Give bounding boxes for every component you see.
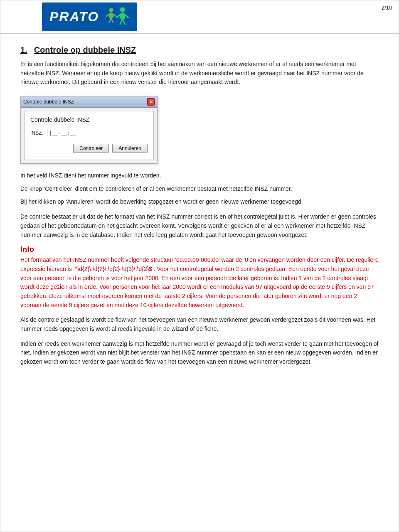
header: PRATO xyxy=(0,0,399,34)
svg-line-8 xyxy=(120,19,123,24)
dialog-titlebar: Controle dubbele INSZ ✕ xyxy=(21,96,157,108)
svg-point-1 xyxy=(108,12,113,19)
after-dialog-p3: Bij het klikken op ‘Annuleren’ wordt de … xyxy=(20,197,379,207)
dialog-field-label: INSZ: xyxy=(30,130,47,136)
dialog-title: Controle dubbele INSZ xyxy=(23,99,74,105)
info-section: Info Het formaat van het INSZ nummer hee… xyxy=(20,245,379,310)
controleer-button[interactable]: Controleer xyxy=(73,144,109,153)
svg-point-7 xyxy=(120,12,126,20)
after-dialog-p2: De knop ‘Controleer’ dient om te control… xyxy=(20,185,379,194)
svg-line-2 xyxy=(109,19,111,23)
dialog-box: Controle dubbele INSZ ✕ Controle dubbele… xyxy=(20,96,158,164)
svg-point-6 xyxy=(120,7,125,12)
svg-line-11 xyxy=(126,15,128,17)
duplicate-paragraph: Indien er reeds een werknemer aanwezig i… xyxy=(20,340,379,367)
section-title: 1.Controle op dubbele INSZ xyxy=(20,45,379,55)
after-dialog-p1: In het veld INSZ dient het nummer ingevu… xyxy=(20,171,379,180)
annuleren-button[interactable]: Annuleren xyxy=(112,144,148,153)
logo-area: PRATO xyxy=(0,0,179,33)
insz-input[interactable] xyxy=(47,129,109,137)
info-heading: Info xyxy=(20,245,379,254)
control-paragraph-1: De controle bestaat er uit dat de het fo… xyxy=(20,212,379,239)
dialog-field-row: INSZ: xyxy=(30,129,148,137)
page-number: 2/10 xyxy=(179,0,399,33)
svg-line-3 xyxy=(111,19,113,23)
section-number: 1. xyxy=(20,45,27,54)
info-text-1: Het formaat van het INSZ nummer heeft vo… xyxy=(20,256,379,310)
dialog-buttons: Controleer Annuleren xyxy=(30,144,148,153)
prato-text: PRATO xyxy=(49,9,99,25)
svg-line-10 xyxy=(117,15,120,17)
svg-line-5 xyxy=(113,14,116,16)
svg-line-4 xyxy=(106,14,108,16)
intro-paragraph: Er is een functionaliteit bijgekomen die… xyxy=(20,60,379,87)
section-title-text: Controle op dubbele INSZ xyxy=(34,45,136,54)
success-paragraph: Als de controle geslaagd is wordt de flo… xyxy=(20,315,379,333)
main-content: 1.Controle op dubbele INSZ Er is een fun… xyxy=(0,34,399,387)
svg-point-0 xyxy=(109,8,113,12)
figures-icon xyxy=(105,6,130,27)
prato-logo: PRATO xyxy=(42,2,137,31)
svg-line-9 xyxy=(123,19,125,24)
dialog-container: Controle dubbele INSZ ✕ Controle dubbele… xyxy=(20,96,379,164)
dialog-close-button[interactable]: ✕ xyxy=(147,98,155,106)
prato-figures xyxy=(105,6,130,28)
dialog-body: Controle dubbele INSZ INSZ: Controleer A… xyxy=(24,111,154,160)
page-wrapper: PRATO xyxy=(0,0,399,532)
dialog-inner-title: Controle dubbele INSZ xyxy=(30,116,148,123)
